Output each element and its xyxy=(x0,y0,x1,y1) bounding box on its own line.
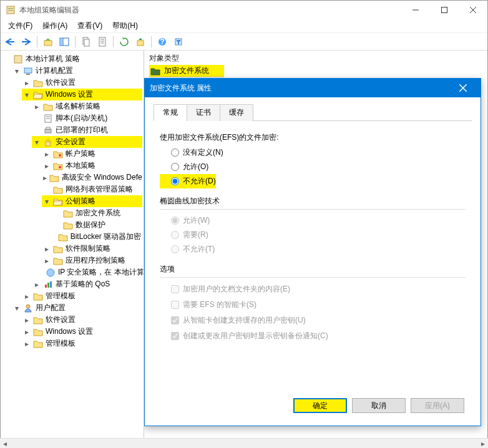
minimize-button[interactable] xyxy=(401,1,430,19)
radio-input[interactable] xyxy=(171,163,179,171)
tree-deployed-printers[interactable]: 已部署的打印机 xyxy=(32,124,142,136)
tree-efs[interactable]: 加密文件系统 xyxy=(52,207,142,219)
tree-label: 帐户策略 xyxy=(66,149,95,159)
tree-security-settings[interactable]: ▾安全设置 xyxy=(32,136,142,148)
expand-icon[interactable]: ▸ xyxy=(43,150,51,158)
menu-view[interactable]: 查看(V) xyxy=(72,19,107,32)
checkbox-input xyxy=(171,332,179,340)
tree-pane[interactable]: 本地计算机 策略 ▾计算机配置 ▸软件设置 ▾Windows 设置 ▸域名解析策… xyxy=(1,51,144,447)
folder-icon xyxy=(33,339,43,349)
tree-dns-policy[interactable]: ▸域名解析策略 xyxy=(32,100,142,112)
up-button[interactable] xyxy=(41,35,55,49)
tab-general[interactable]: 常规 xyxy=(154,104,187,121)
expand-icon[interactable]: ▸ xyxy=(43,173,47,182)
folder-icon xyxy=(33,78,43,88)
tree-network-list-manager[interactable]: 网络列表管理器策略 xyxy=(42,183,142,195)
collapse-icon[interactable]: ▾ xyxy=(23,90,31,99)
svg-rect-36 xyxy=(47,283,49,288)
maximize-button[interactable] xyxy=(430,1,459,19)
expand-icon[interactable]: ▸ xyxy=(43,162,51,170)
collapse-icon[interactable]: ▾ xyxy=(43,197,51,206)
close-button[interactable] xyxy=(459,1,487,19)
tree-scripts[interactable]: 脚本(启动/关机) xyxy=(32,112,142,124)
security-icon xyxy=(43,137,53,147)
radio-ecc-need: 需要(R) xyxy=(160,228,466,242)
folder-icon xyxy=(53,244,63,254)
radio-deny[interactable]: 不允许(D) xyxy=(160,174,216,188)
copy-button[interactable] xyxy=(79,35,93,49)
radio-label: 没有定义(N) xyxy=(183,147,223,158)
tree-admin-templates-user[interactable]: ▸管理模板 xyxy=(22,338,142,349)
properties-button[interactable] xyxy=(95,35,109,49)
tree-bitlocker[interactable]: BitLocker 驱动器加密 xyxy=(52,231,142,243)
tree-local-policy[interactable]: ▸本地策略 xyxy=(42,160,142,172)
expand-icon[interactable]: ▸ xyxy=(23,328,31,336)
checkbox-label: 加密用户的文档文件夹的内容(E) xyxy=(183,284,290,295)
checkbox-label: 需要 EFS 的智能卡(S) xyxy=(183,299,256,310)
dialog-close-button[interactable] xyxy=(451,79,476,97)
tree-public-key-policy[interactable]: ▾公钥策略 xyxy=(42,195,142,207)
tree-user-config[interactable]: ▾用户配置 xyxy=(12,302,142,314)
scroll-left-icon[interactable]: ◂ xyxy=(1,439,10,448)
tree-advanced-windows-defender[interactable]: ▸高级安全 Windows Defe xyxy=(42,172,142,183)
expand-icon[interactable]: ▸ xyxy=(23,292,31,301)
show-hide-tree-button[interactable] xyxy=(57,35,71,49)
dialog-title: 加密文件系统 属性 xyxy=(150,83,451,94)
tree-label: Windows 设置 xyxy=(46,326,93,337)
object-row-efs[interactable]: 加密文件系统 xyxy=(149,65,224,77)
help-button[interactable]: ? xyxy=(155,35,169,49)
tree-label: 基于策略的 QoS xyxy=(56,279,110,290)
tree-software-settings-user[interactable]: ▸软件设置 xyxy=(22,314,142,326)
radio-input[interactable] xyxy=(171,149,179,157)
checkbox-input xyxy=(171,285,179,293)
export-button[interactable] xyxy=(134,35,147,49)
tree-label: 计算机配置 xyxy=(36,66,73,76)
tree-windows-settings-user[interactable]: ▸Windows 设置 xyxy=(22,326,142,338)
expand-icon[interactable]: ▸ xyxy=(23,79,31,87)
forward-button[interactable] xyxy=(19,35,33,49)
details-pane: 对象类型 加密文件系统 加密文件系统 属性 常规 证书 缓存 使 xyxy=(144,51,487,447)
tree-ip-security[interactable]: IP 安全策略，在 本地计算 xyxy=(42,266,142,278)
tree-software-settings[interactable]: ▸软件设置 xyxy=(22,77,142,89)
expand-icon[interactable]: ▸ xyxy=(43,256,51,265)
horizontal-scrollbar[interactable]: ◂ ▸ xyxy=(1,438,144,447)
back-button[interactable] xyxy=(3,35,17,49)
refresh-button[interactable] xyxy=(117,35,131,49)
cancel-button[interactable]: 取消 xyxy=(352,398,406,413)
folder-icon xyxy=(33,291,43,301)
expand-icon[interactable]: ▸ xyxy=(23,316,31,324)
collapse-icon[interactable]: ▾ xyxy=(13,67,21,75)
radio-allow[interactable]: 允许(O) xyxy=(160,160,466,174)
expand-icon[interactable]: ▸ xyxy=(43,245,51,253)
collapse-icon[interactable]: ▾ xyxy=(33,138,41,147)
menu-file[interactable]: 文件(F) xyxy=(3,19,37,32)
tree-computer-config[interactable]: ▾计算机配置 xyxy=(12,65,142,77)
tree-admin-templates[interactable]: ▸管理模板 xyxy=(22,290,142,302)
radio-not-defined[interactable]: 没有定义(N) xyxy=(160,145,466,160)
expand-icon[interactable]: ▸ xyxy=(23,339,31,348)
menu-help[interactable]: 帮助(H) xyxy=(107,19,143,32)
tree-windows-settings[interactable]: ▾Windows 设置 xyxy=(22,89,142,100)
checkbox-require-smartcard: 需要 EFS 的智能卡(S) xyxy=(160,297,466,313)
expand-icon[interactable]: ▸ xyxy=(33,280,41,289)
folder-icon xyxy=(49,173,59,183)
radio-input[interactable] xyxy=(171,177,179,185)
ok-button[interactable]: 确定 xyxy=(293,398,347,413)
tree-qos[interactable]: ▸基于策略的 QoS xyxy=(32,278,142,290)
tree-data-protection[interactable]: 数据保护 xyxy=(52,219,142,231)
expand-icon[interactable]: ▸ xyxy=(33,102,41,111)
svg-rect-24 xyxy=(24,68,32,73)
filter-button[interactable] xyxy=(172,35,185,49)
tab-cache[interactable]: 缓存 xyxy=(220,104,253,121)
collapse-icon[interactable]: ▾ xyxy=(13,304,21,313)
tab-certificate[interactable]: 证书 xyxy=(187,104,220,121)
folder-icon xyxy=(58,232,68,242)
tree-account-policy[interactable]: ▸帐户策略 xyxy=(42,148,142,160)
tree-software-restriction[interactable]: ▸软件限制策略 xyxy=(42,243,142,255)
menu-action[interactable]: 操作(A) xyxy=(37,19,72,32)
tree-root[interactable]: 本地计算机 策略 xyxy=(2,53,142,65)
svg-rect-14 xyxy=(84,39,89,46)
dialog-title-bar[interactable]: 加密文件系统 属性 xyxy=(145,79,481,97)
tree-app-control[interactable]: ▸应用程序控制策略 xyxy=(42,255,142,266)
tree-label: 数据保护 xyxy=(76,220,105,230)
